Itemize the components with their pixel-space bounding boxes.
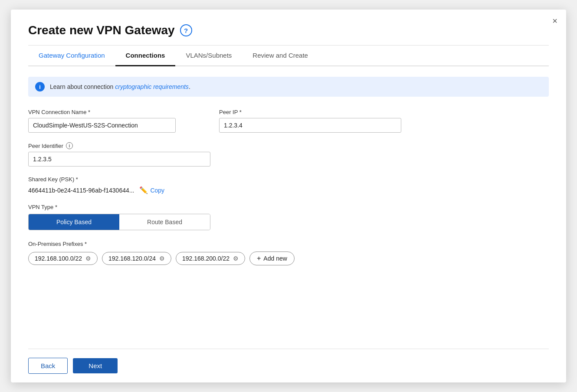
prefixes-label: On-Premises Prefixes * <box>28 241 549 247</box>
policy-based-button[interactable]: Policy Based <box>29 214 119 230</box>
info-icon: i <box>35 82 45 91</box>
prefix-chip-0[interactable]: 192.168.100.0/22 ⚙ <box>28 252 98 265</box>
modal-title: Create new VPN Gateway <box>28 23 175 37</box>
add-new-label: Add new <box>263 255 287 262</box>
tab-connections[interactable]: Connections <box>115 46 176 66</box>
tab-review-and-create[interactable]: Review and Create <box>242 46 318 66</box>
prefix-gear-icon-2[interactable]: ⚙ <box>233 255 239 262</box>
peer-identifier-info-icon[interactable]: i <box>66 142 73 149</box>
crypto-requirements-link[interactable]: cryptographic requirements <box>115 83 189 90</box>
prefixes-row: 192.168.100.0/22 ⚙ 192.168.120.0/24 ⚙ 19… <box>28 252 549 265</box>
info-banner-text: Learn about connection cryptographic req… <box>50 83 190 90</box>
form-section: VPN Connection Name * Peer IP * Peer Ide… <box>28 109 549 349</box>
route-based-button[interactable]: Route Based <box>119 214 210 230</box>
tab-gateway-configuration[interactable]: Gateway Configuration <box>28 46 115 66</box>
add-new-button[interactable]: + Add new <box>249 252 295 265</box>
prefix-chip-1[interactable]: 192.168.120.0/24 ⚙ <box>102 252 171 265</box>
vpn-connection-name-group: VPN Connection Name * <box>28 109 202 133</box>
prefix-value-2: 192.168.200.0/22 <box>182 255 229 262</box>
peer-identifier-label: Peer Identifier i <box>28 142 210 149</box>
next-button[interactable]: Next <box>73 358 118 373</box>
peer-ip-label: Peer IP * <box>219 109 549 115</box>
tab-vlans-subnets[interactable]: VLANs/Subnets <box>175 46 242 66</box>
vpn-type-label: VPN Type * <box>28 204 549 210</box>
shared-key-label-row: Shared Key (PSK) * <box>28 176 549 183</box>
create-vpn-gateway-modal: × Create new VPN Gateway ? Gateway Confi… <box>11 10 566 382</box>
close-button[interactable]: × <box>552 16 557 25</box>
peer-ip-input[interactable] <box>219 118 401 133</box>
peer-identifier-input[interactable] <box>28 152 210 167</box>
prefix-value-0: 192.168.100.0/22 <box>35 255 82 262</box>
copy-button[interactable]: ✏️ Copy <box>139 186 164 194</box>
peer-identifier-row: Peer Identifier i <box>28 142 549 167</box>
info-banner: i Learn about connection cryptographic r… <box>28 77 549 97</box>
copy-label: Copy <box>150 187 164 194</box>
tab-bar: Gateway Configuration Connections VLANs/… <box>28 46 549 66</box>
peer-ip-group: Peer IP * <box>219 109 549 133</box>
add-new-plus-icon: + <box>257 255 261 262</box>
shared-key-label: Shared Key (PSK) * <box>28 176 549 183</box>
copy-icon: ✏️ <box>139 186 148 194</box>
prefix-gear-icon-1[interactable]: ⚙ <box>159 255 165 262</box>
modal-title-area: Create new VPN Gateway ? <box>28 23 549 37</box>
vpn-type-section: VPN Type * Policy Based Route Based <box>28 204 549 230</box>
peer-identifier-group: Peer Identifier i <box>28 142 210 167</box>
prefixes-section: On-Premises Prefixes * 192.168.100.0/22 … <box>28 241 549 265</box>
name-ip-row: VPN Connection Name * Peer IP * <box>28 109 549 133</box>
help-icon[interactable]: ? <box>180 24 192 36</box>
vpn-connection-name-input[interactable] <box>28 118 176 133</box>
vpn-connection-name-label: VPN Connection Name * <box>28 109 202 115</box>
back-button[interactable]: Back <box>28 358 68 374</box>
vpn-type-toggle: Policy Based Route Based <box>28 214 210 230</box>
modal-footer: Back Next <box>28 349 549 382</box>
prefix-value-1: 192.168.120.0/24 <box>108 255 156 262</box>
psk-value: 4664411b-0e24-4115-96ab-f1430644... <box>28 187 134 194</box>
psk-row: 4664411b-0e24-4115-96ab-f1430644... ✏️ C… <box>28 186 549 194</box>
prefix-chip-2[interactable]: 192.168.200.0/22 ⚙ <box>176 252 245 265</box>
prefix-gear-icon-0[interactable]: ⚙ <box>85 255 91 262</box>
